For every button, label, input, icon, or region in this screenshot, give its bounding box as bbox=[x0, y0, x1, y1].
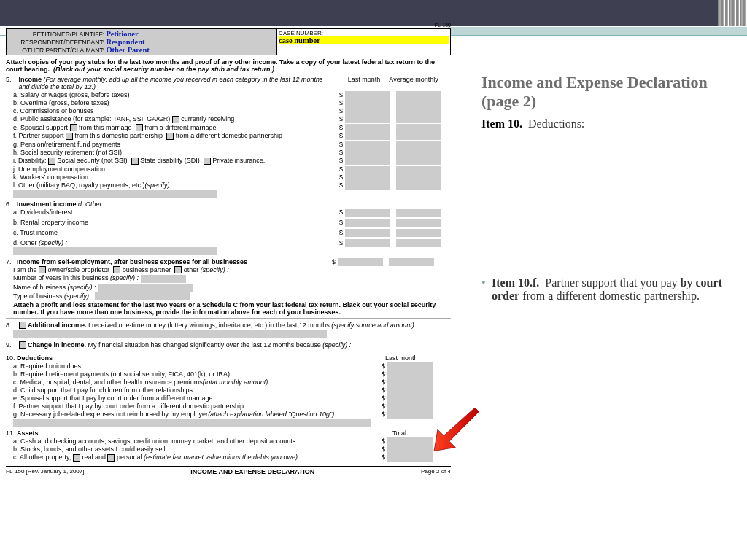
slide-title: Income and Expense Declaration (page 2) bbox=[481, 73, 729, 112]
section-11: 11.AssetsTotal a. Cash and checking acco… bbox=[6, 429, 451, 462]
section-5: 5. Income (For average monthly, add up a… bbox=[6, 76, 451, 198]
section-7: 7.Income from self-employment, after bus… bbox=[6, 258, 451, 316]
form-document: FL-150 PETITIONER/PLAINTIFF: Petitioner … bbox=[6, 25, 451, 475]
slide-bullet: Item 10.f. Partner support that you pay … bbox=[481, 276, 729, 303]
section-9: 9. Change in income. My financial situat… bbox=[6, 341, 451, 349]
form-footer: FL-150 [Rev. January 1, 2007]INCOME AND … bbox=[6, 466, 451, 475]
case-number: case number bbox=[279, 36, 449, 44]
form-id: FL-150 bbox=[6, 23, 451, 28]
annotation-panel: Income and Expense Declaration (page 2) … bbox=[481, 73, 729, 303]
section-8: 8. Additional income. I received one-tim… bbox=[6, 322, 451, 338]
instructions: Attach copies of your pay stubs for the … bbox=[6, 58, 451, 73]
section-10: 10.DeductionsLast month a. Required unio… bbox=[6, 354, 451, 427]
deco-stripes bbox=[718, 0, 747, 26]
slide-subtitle: Item 10. Deductions: bbox=[481, 117, 729, 131]
case-box: PETITIONER/PLAINTIFF: Petitioner RESPOND… bbox=[6, 28, 451, 55]
section-6: 6.Investment income d. Other a. Dividend… bbox=[6, 201, 451, 255]
